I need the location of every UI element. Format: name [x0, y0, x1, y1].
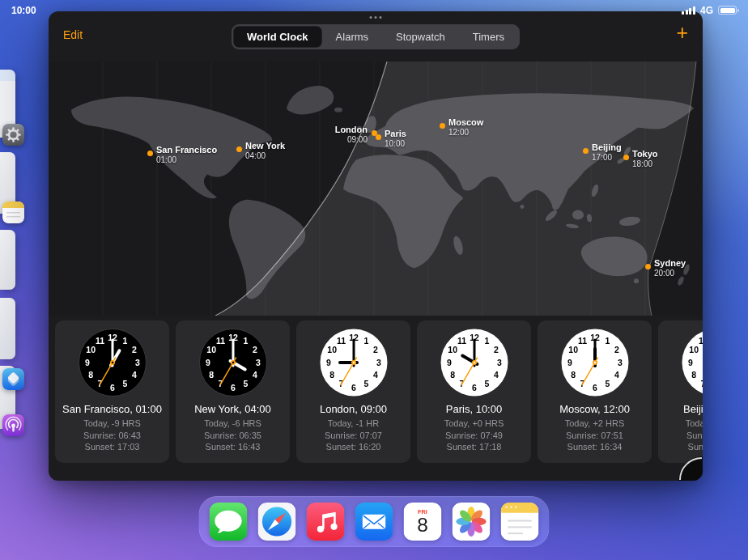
- dock-icon-notes[interactable]: [501, 503, 539, 541]
- add-city-button[interactable]: +: [676, 23, 688, 43]
- mail-icon: [355, 503, 393, 541]
- gear-icon: [2, 124, 24, 146]
- window-resize-handle[interactable]: [678, 456, 703, 481]
- city-dot-icon: [583, 148, 589, 154]
- marker-city-label: New York: [245, 141, 285, 151]
- card-city-time: Moscow, 12:00: [559, 403, 630, 415]
- app-window-thumbnail[interactable]: [0, 298, 15, 359]
- svg-text:8: 8: [450, 370, 455, 380]
- svg-text:2: 2: [493, 345, 498, 354]
- svg-text:5: 5: [122, 379, 127, 388]
- analog-clock-face: 123456789101112: [681, 328, 703, 397]
- shortcuts-app-icon[interactable]: [2, 368, 24, 390]
- svg-text:10: 10: [448, 345, 457, 354]
- marker-time-label: 01:00: [156, 155, 217, 165]
- world-clock-card[interactable]: 123456789101112New York, 04:00Today, -6 …: [176, 320, 290, 463]
- network-type-label: 4G: [700, 5, 713, 16]
- city-dot-icon: [236, 146, 242, 152]
- tab-world-clock[interactable]: World Clock: [233, 26, 322, 48]
- card-offset: Today, +0 HRS: [444, 418, 504, 430]
- dock-icon-safari[interactable]: [258, 503, 296, 541]
- svg-text:6: 6: [110, 383, 115, 392]
- podcasts-icon: [2, 414, 24, 436]
- shortcuts-icon: [2, 368, 24, 390]
- dock-icon-photos[interactable]: [453, 503, 491, 541]
- podcasts-app-icon[interactable]: [2, 414, 24, 436]
- card-sunset: Sunset: 16:43: [206, 441, 261, 453]
- card-sunset: Sunset: 16:34: [567, 441, 623, 453]
- marker-city-label: San Francisco: [156, 145, 217, 155]
- music-icon: [307, 503, 345, 541]
- card-sunset: Sunset: 16:20: [326, 441, 381, 453]
- svg-text:11: 11: [336, 336, 345, 346]
- world-clock-card[interactable]: 123456789101112London, 09:00Today, -1 HR…: [296, 320, 410, 463]
- card-sunrise: Sunrise: 06:35: [204, 430, 261, 442]
- marker-time-label: 12:00: [448, 128, 483, 138]
- city-dot-icon: [645, 264, 651, 269]
- svg-text:9: 9: [567, 358, 572, 367]
- marker-city-label: Tokyo: [632, 149, 658, 159]
- world-clock-card[interactable]: 123456789101112Beijing, 17:00Today, +7 H…: [658, 320, 703, 463]
- city-markers-layer: San Francisco01:00New York04:00London09:…: [49, 62, 703, 316]
- card-sunset: Sunset: 17:01: [688, 441, 703, 453]
- edit-button[interactable]: Edit: [63, 28, 83, 41]
- svg-text:9: 9: [447, 358, 452, 367]
- window-header: Edit World Clock Alarms Stopwatch Timers…: [49, 11, 703, 62]
- status-time: 10:00: [11, 5, 36, 16]
- svg-text:8: 8: [88, 370, 93, 380]
- settings-app-icon[interactable]: [2, 124, 24, 146]
- photos-icon: [453, 503, 491, 541]
- svg-text:4: 4: [252, 370, 257, 380]
- svg-text:3: 3: [618, 358, 623, 367]
- card-sunset: Sunset: 17:18: [447, 441, 502, 453]
- tab-timers[interactable]: Timers: [459, 26, 518, 48]
- svg-text:3: 3: [256, 358, 261, 367]
- svg-text:1: 1: [243, 336, 248, 346]
- svg-text:9: 9: [326, 358, 331, 367]
- dock-icon-music[interactable]: [307, 503, 345, 541]
- svg-text:8: 8: [209, 370, 214, 380]
- svg-text:3: 3: [376, 358, 381, 367]
- analog-clock-face: 123456789101112: [78, 328, 147, 397]
- world-clock-card[interactable]: 123456789101112Paris, 10:00Today, +0 HRS…: [417, 320, 531, 463]
- svg-text:10: 10: [206, 345, 216, 354]
- dock-icon-mail[interactable]: [355, 503, 393, 541]
- svg-text:4: 4: [372, 370, 377, 380]
- svg-text:1: 1: [363, 336, 368, 346]
- svg-text:5: 5: [363, 379, 368, 388]
- analog-clock: 123456789101112: [319, 328, 389, 397]
- svg-text:6: 6: [593, 383, 597, 392]
- notes-icon: [2, 202, 24, 223]
- tab-bar: World Clock Alarms Stopwatch Timers: [232, 24, 520, 49]
- city-dot-icon: [376, 134, 381, 140]
- world-clock-card[interactable]: 123456789101112Moscow, 12:00Today, +2 HR…: [538, 320, 652, 463]
- svg-text:6: 6: [351, 383, 356, 392]
- svg-text:3: 3: [135, 358, 140, 367]
- dock-icon-calendar[interactable]: FRI 8: [404, 503, 442, 541]
- svg-text:1: 1: [605, 336, 610, 346]
- world-clock-card[interactable]: 123456789101112San Francisco, 01:00Today…: [55, 320, 169, 463]
- calendar-icon: FRI 8: [404, 503, 442, 541]
- tab-alarms[interactable]: Alarms: [322, 26, 382, 48]
- notes-icon: [501, 503, 539, 541]
- svg-text:11: 11: [457, 336, 465, 346]
- marker-city-label: Sydney: [654, 258, 686, 268]
- app-window-thumbnail[interactable]: [0, 230, 15, 290]
- marker-time-label: 18:00: [632, 159, 658, 169]
- city-dot-icon: [440, 123, 445, 129]
- dock: FRI 8: [199, 496, 550, 547]
- svg-text:3: 3: [497, 358, 502, 367]
- tab-stopwatch[interactable]: Stopwatch: [382, 26, 459, 48]
- svg-text:10: 10: [689, 345, 699, 354]
- notes-app-icon[interactable]: [2, 202, 24, 223]
- card-offset: Today, +2 HRS: [565, 418, 624, 430]
- dock-icon-messages[interactable]: [210, 503, 248, 541]
- svg-text:2: 2: [131, 345, 136, 354]
- card-offset: Today, -6 HRS: [204, 418, 261, 430]
- card-city-time: San Francisco, 01:00: [62, 403, 162, 415]
- analog-clock: 123456789101112: [681, 328, 703, 397]
- svg-text:10: 10: [568, 345, 578, 354]
- svg-text:4: 4: [614, 370, 618, 380]
- clock-app-window: Edit World Clock Alarms Stopwatch Timers…: [49, 11, 703, 481]
- calendar-day: 8: [417, 514, 428, 536]
